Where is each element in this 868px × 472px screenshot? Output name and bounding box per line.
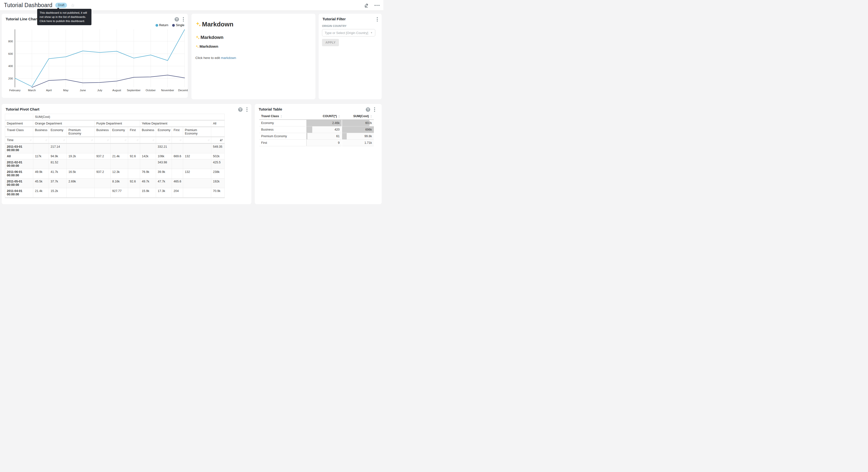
svg-text:May: May — [63, 89, 68, 92]
chart-title: Tutorial Line Chart — [6, 17, 38, 21]
chart-legend: Return Single — [156, 24, 184, 27]
svg-text:April: April — [46, 89, 52, 92]
origin-country-label: ORIGIN COUNTRY — [322, 25, 346, 27]
markdown-paragraph: Click here to edit markdown — [195, 56, 311, 60]
table-row[interactable]: Business 420 696k — [259, 126, 374, 133]
page-title: Tutorial Dashboard — [4, 2, 52, 8]
pivot-row: 2011-04-01 00:00:00 21.4k15.2k927.7715.9… — [5, 188, 225, 198]
svg-text:February: February — [9, 89, 21, 92]
chart-toolbar — [175, 17, 185, 22]
sort-toggle-icon[interactable]: ↓↑ — [124, 139, 126, 141]
publish-tooltip: This dashboard is not published, it will… — [37, 9, 91, 25]
pivot-row: 2011-03-01 00:00:00 217.14332.21549.35 — [5, 144, 225, 153]
chevron-down-icon: ▼ — [370, 32, 373, 34]
dept-yellow: Yellow Department — [140, 120, 211, 127]
pivot-row: 2011-05-01 00:00:00 45.5k37.7k2.69k8.16k… — [5, 179, 225, 188]
pivot-toolbar — [238, 107, 248, 112]
data-table: Travel Class▲▼ COUNT(*)▲▼ SUM(Cost)▲▼ Ec… — [259, 113, 374, 146]
svg-text:October: October — [146, 89, 156, 92]
table-row[interactable]: Economy 2.46k 602k — [259, 120, 374, 126]
more-menu-icon[interactable] — [375, 5, 379, 6]
pivot-row: All 117k94.9k19.2k937.221.4k92.6142k106k… — [5, 153, 225, 159]
filter-card: Tutorial Filter ORIGIN COUNTRY Type or S… — [319, 14, 382, 99]
legend-dot — [172, 24, 175, 27]
dept-purple: Purple Department — [95, 120, 140, 127]
table-kebab-icon[interactable] — [373, 107, 376, 112]
table-row[interactable]: First 9 1.71k — [259, 140, 374, 146]
legend-item-single[interactable]: Single — [172, 24, 184, 27]
sort-toggle-icon[interactable]: ↓↑ — [208, 139, 209, 141]
sort-carets-icon: ▲▼ — [370, 115, 372, 118]
markdown-h1: Markdown — [195, 21, 311, 28]
sort-toggle-icon[interactable]: ↓↑ — [152, 139, 154, 141]
sort-toggle-icon[interactable]: ↓↑ — [63, 139, 65, 141]
sort-toggle-icon[interactable]: ↓↑ — [136, 139, 138, 141]
header-actions — [364, 3, 379, 7]
markdown-card: Markdown Markdown Markdown Click here to… — [191, 14, 315, 99]
pivot-sort-row: Time↓↑ ↓↑ ↓↑ ↓↑ ↓↑ ↓↑ ↓↑ ↓↑ ↓↑ ↓↑ ↓↑ — [5, 137, 225, 144]
pivot-measure-row: SUM(Cost) — [5, 114, 225, 120]
sparkles-icon — [195, 21, 202, 27]
filter-title: Tutorial Filter — [322, 17, 346, 21]
pivot-class-row: Travel Class Business Economy Premium Ec… — [5, 127, 225, 137]
col-sum-cost[interactable]: SUM(Cost)▲▼ — [342, 113, 374, 120]
cross-filter-icon[interactable] — [238, 107, 243, 112]
dept-label: Department — [5, 120, 33, 127]
svg-text:600: 600 — [8, 52, 13, 55]
markdown-body: Markdown Markdown Markdown Click here to… — [195, 17, 311, 60]
chart-kebab-icon[interactable] — [182, 17, 185, 22]
favorite-star-icon[interactable]: ☆ — [71, 3, 74, 7]
cross-filter-icon[interactable] — [366, 107, 370, 112]
svg-text:December: December — [178, 89, 188, 92]
draft-badge[interactable]: Draft — [55, 3, 67, 7]
sort-toggle-icon[interactable]: ↓↑ — [168, 139, 170, 141]
sort-carets-icon: ▲▼ — [280, 115, 282, 118]
dept-all: All — [211, 120, 225, 127]
apply-button[interactable]: APPLY — [322, 39, 339, 46]
svg-text:September: September — [127, 89, 141, 92]
select-placeholder: Type or Select [Origin Country] — [325, 31, 368, 35]
col-travel-class[interactable]: Travel Class▲▼ — [259, 113, 306, 120]
table-row[interactable]: Premium Economy 61 99.8k — [259, 133, 374, 140]
filter-kebab-icon[interactable] — [376, 17, 378, 22]
pivot-measure: SUM(Cost) — [33, 114, 225, 120]
pivot-kebab-icon[interactable] — [246, 107, 248, 112]
cross-filter-icon[interactable] — [175, 17, 179, 22]
sort-descending-icon[interactable] — [220, 139, 223, 142]
table-title: Tutorial Table — [259, 107, 282, 111]
svg-text:800: 800 — [8, 40, 13, 43]
line-chart-card: Tutorial Line Chart Return Single Februa… — [2, 14, 188, 98]
pivot-department-row: Department Orange Department Purple Depa… — [5, 120, 225, 127]
pivot-title: Tutorial Pivot Chart — [6, 107, 39, 111]
sort-toggle-icon[interactable]: ↓↑ — [107, 139, 108, 141]
sort-toggle-icon[interactable]: ↓↑ — [30, 139, 31, 141]
legend-item-return[interactable]: Return — [156, 24, 168, 27]
markdown-edit-link[interactable]: markdown — [221, 56, 236, 60]
svg-text:March: March — [28, 89, 36, 92]
filter-toolbar — [376, 17, 378, 22]
sparkles-icon — [195, 45, 199, 49]
line-chart-plot[interactable]: FebruaryMarchAprilMayJuneJulyAugustSepte… — [2, 28, 188, 98]
svg-text:August: August — [112, 89, 121, 92]
sort-toggle-icon[interactable]: ↓↑ — [45, 139, 47, 141]
sort-toggle-icon[interactable]: ↓↑ — [180, 139, 181, 141]
svg-text:400: 400 — [8, 65, 13, 67]
svg-text:200: 200 — [8, 77, 13, 80]
markdown-h3: Markdown — [195, 44, 311, 49]
table-toolbar — [366, 107, 376, 112]
sparkles-icon — [195, 35, 200, 40]
pivot-table: SUM(Cost) Department Orange Department P… — [5, 114, 225, 198]
svg-text:July: July — [97, 89, 102, 92]
sort-carets-icon: ▲▼ — [338, 115, 340, 118]
table-header-row: Travel Class▲▼ COUNT(*)▲▼ SUM(Cost)▲▼ — [259, 113, 374, 120]
col-count[interactable]: COUNT(*)▲▼ — [306, 113, 342, 120]
markdown-h2: Markdown — [195, 35, 311, 40]
edit-dashboard-icon[interactable] — [364, 3, 369, 7]
sort-toggle-icon[interactable]: ↓↑ — [91, 139, 93, 141]
pivot-chart-card: Tutorial Pivot Chart SUM(Cost) Departmen… — [2, 104, 251, 204]
class-label: Travel Class — [5, 127, 33, 137]
table-card: Tutorial Table Travel Class▲▼ COUNT(*)▲▼… — [255, 104, 382, 204]
svg-text:November: November — [161, 89, 174, 92]
origin-country-select[interactable]: Type or Select [Origin Country] ▼ — [322, 29, 375, 36]
legend-dot — [156, 24, 158, 27]
